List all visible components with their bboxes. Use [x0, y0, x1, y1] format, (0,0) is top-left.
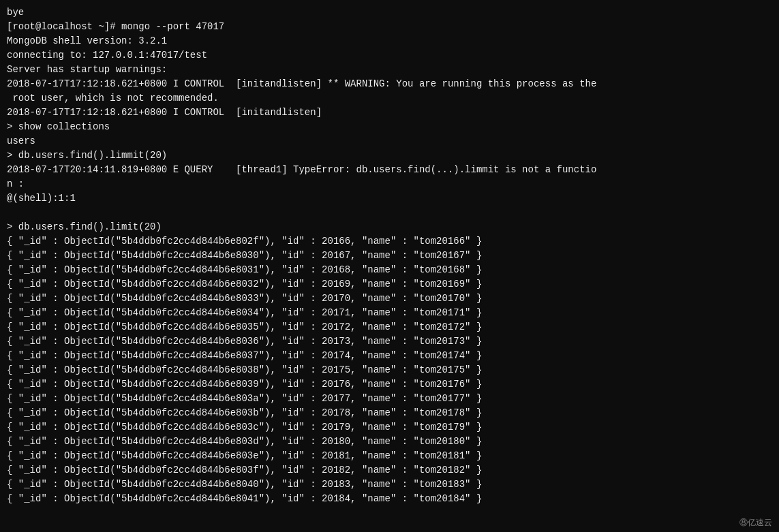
terminal-window[interactable]: bye [root@localhost ~]# mongo --port 470… — [0, 0, 779, 532]
terminal-output: bye [root@localhost ~]# mongo --port 470… — [7, 5, 772, 506]
watermark: ⑧亿速云 — [739, 516, 772, 529]
